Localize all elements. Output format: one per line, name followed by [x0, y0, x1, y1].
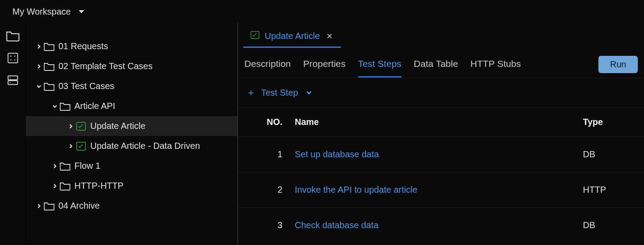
sub-tab[interactable]: Data Table: [414, 56, 458, 78]
tree-node[interactable]: Update Article: [26, 116, 237, 136]
tree-node[interactable]: 04 Archive: [26, 196, 237, 216]
tree-node[interactable]: 01 Requests: [26, 36, 237, 56]
svg-point-3: [10, 59, 12, 61]
chevron-down-icon[interactable]: [303, 88, 312, 98]
rail-grid-icon[interactable]: [5, 51, 20, 65]
test-case-icon: [251, 31, 259, 41]
chevron-right-icon[interactable]: [67, 143, 74, 150]
tree-node[interactable]: HTTP-HTTP: [26, 176, 237, 196]
tree-node[interactable]: Flow 1: [26, 156, 237, 176]
tree-node-label: HTTP-HTTP: [74, 181, 123, 191]
test-step-row[interactable]: 3Check database dataDB: [238, 207, 644, 243]
svg-point-2: [14, 55, 15, 57]
tree-node[interactable]: Update Article - Data Driven: [26, 136, 237, 156]
step-type: HTTP: [583, 185, 636, 195]
svg-rect-0: [8, 53, 18, 63]
chevron-right-icon[interactable]: [51, 183, 58, 190]
top-bar: My Workspace: [0, 0, 644, 23]
step-type: DB: [583, 149, 636, 159]
column-header-type: Type: [583, 117, 636, 127]
plus-icon: ＋: [246, 86, 256, 99]
workspace-name: My Workspace: [12, 7, 71, 17]
tree-node-label: Update Article - Data Driven: [90, 141, 200, 151]
rail-server-icon[interactable]: [5, 74, 20, 87]
step-name[interactable]: Set up database data: [295, 149, 583, 159]
tree-node-label: 03 Test Cases: [58, 81, 114, 91]
chevron-right-icon[interactable]: [35, 43, 42, 50]
test-case-icon: [75, 121, 87, 131]
folder-icon: [59, 161, 71, 171]
document-tab-strip: Update Article ✕: [238, 23, 644, 48]
document-tab[interactable]: Update Article ✕: [243, 27, 341, 48]
folder-icon: [59, 181, 71, 191]
folder-icon: [43, 201, 55, 211]
step-number: 2: [246, 185, 295, 195]
close-icon[interactable]: ✕: [325, 31, 334, 41]
content-pane: Update Article ✕ DescriptionPropertiesTe…: [238, 23, 644, 245]
sub-tab[interactable]: Test Steps: [358, 56, 401, 78]
svg-point-7: [9, 78, 10, 78]
main-layout: 01 Requests02 Template Test Cases03 Test…: [0, 23, 644, 245]
rail-folder-icon[interactable]: [5, 29, 20, 43]
test-steps-area: ＋ Test Step NO. Name Type 1Set up databa…: [238, 78, 644, 243]
folder-icon: [43, 42, 55, 51]
sub-tab-bar: DescriptionPropertiesTest StepsData Tabl…: [238, 48, 644, 78]
column-header-no: NO.: [246, 117, 295, 127]
test-step-row[interactable]: 1Set up database dataDB: [238, 136, 644, 172]
chevron-right-icon[interactable]: [35, 202, 42, 210]
icon-rail: [0, 23, 26, 245]
steps-table-header: NO. Name Type: [238, 107, 644, 136]
svg-rect-6: [8, 81, 18, 85]
folder-icon: [43, 82, 55, 91]
tree-node-label: Flow 1: [74, 161, 100, 171]
step-name[interactable]: Check database data: [295, 220, 583, 230]
chevron-down-icon[interactable]: [51, 103, 58, 110]
caret-down-icon: [79, 10, 84, 13]
chevron-down-icon[interactable]: [35, 83, 42, 90]
sub-tab[interactable]: Properties: [303, 56, 346, 78]
svg-point-4: [14, 59, 15, 61]
document-tab-title: Update Article: [265, 31, 320, 41]
run-button[interactable]: Run: [598, 56, 638, 73]
step-type: DB: [583, 220, 636, 230]
tree-node-label: 02 Template Test Cases: [58, 61, 153, 71]
chevron-right-icon[interactable]: [51, 163, 58, 170]
chevron-right-icon[interactable]: [35, 63, 42, 70]
svg-rect-5: [8, 76, 18, 80]
step-number: 3: [246, 220, 295, 230]
sub-tab[interactable]: Description: [244, 56, 291, 78]
tree-node-label: 01 Requests: [58, 41, 108, 51]
chevron-right-icon[interactable]: [67, 123, 74, 130]
tree-node-label: Article API: [74, 101, 115, 111]
folder-icon: [59, 101, 71, 111]
tree-node-label: 04 Archive: [58, 201, 100, 211]
test-case-icon: [75, 141, 87, 151]
tree-node-label: Update Article: [90, 121, 146, 131]
tree-node[interactable]: 02 Template Test Cases: [26, 56, 237, 76]
sub-tab[interactable]: HTTP Stubs: [470, 56, 521, 78]
svg-point-8: [9, 82, 10, 83]
svg-point-1: [10, 55, 12, 57]
add-test-step-label: Test Step: [261, 88, 298, 98]
column-header-name: Name: [295, 117, 583, 127]
test-step-row[interactable]: 2Invoke the API to update articleHTTP: [238, 172, 644, 207]
step-name[interactable]: Invoke the API to update article: [295, 185, 583, 195]
sidebar-tree: 01 Requests02 Template Test Cases03 Test…: [26, 23, 238, 245]
add-test-step-button[interactable]: ＋ Test Step: [238, 78, 644, 107]
workspace-selector[interactable]: My Workspace: [12, 7, 84, 17]
step-number: 1: [246, 149, 295, 159]
tree-node[interactable]: Article API: [26, 96, 237, 116]
folder-icon: [43, 62, 55, 71]
tree-node[interactable]: 03 Test Cases: [26, 76, 237, 96]
